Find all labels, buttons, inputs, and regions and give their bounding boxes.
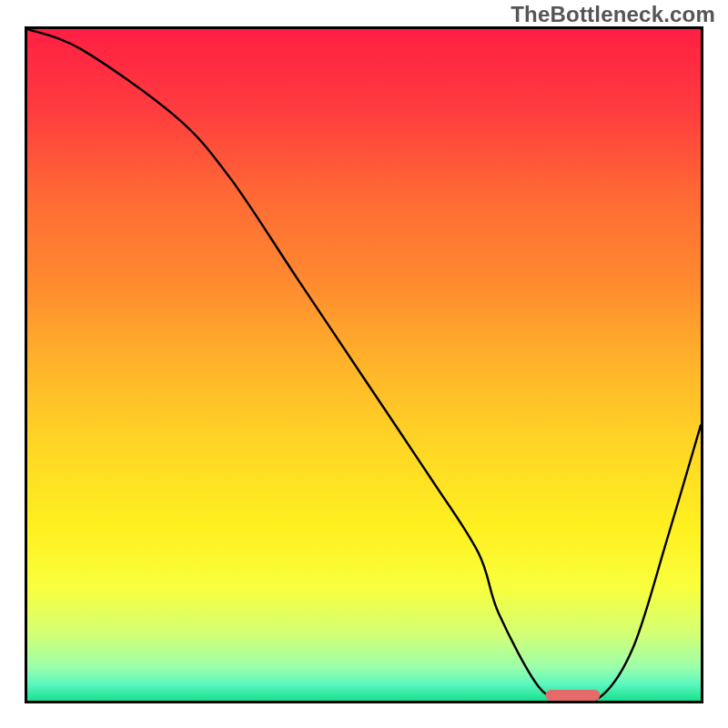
plot-area	[25, 26, 703, 703]
highlight-marker	[546, 690, 600, 701]
chart-svg	[27, 29, 701, 701]
background-rect	[27, 29, 701, 701]
watermark-text: TheBottleneck.com	[511, 2, 715, 27]
plot-inner	[27, 29, 701, 701]
chart-frame: TheBottleneck.com	[0, 0, 728, 728]
